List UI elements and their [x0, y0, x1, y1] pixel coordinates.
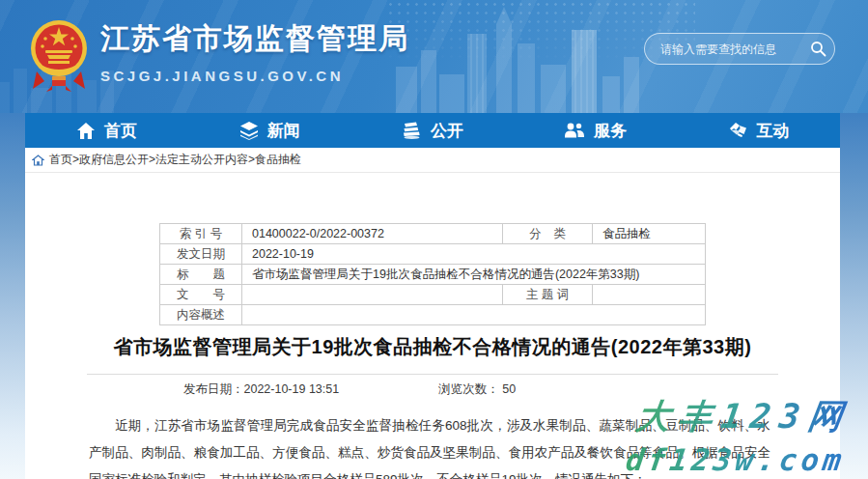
content-panel: 首页>政府信息公开>法定主动公开内容>食品抽检 索 引 号 01400022-0… — [25, 148, 840, 479]
publish-date-group: 发布日期：2022-10-19 13:51 — [183, 381, 339, 398]
nav-item-interact[interactable]: 互动 — [677, 113, 840, 148]
views-group: 浏览次数： 50 — [438, 381, 516, 398]
meta-label-doc-number: 文 号 — [160, 285, 242, 305]
article-body-paragraph: 近期，江苏省市场监督管理局完成食品安全监督抽检任务608批次，涉及水果制品、蔬菜… — [25, 412, 840, 479]
breadcrumb-home-icon — [32, 155, 44, 166]
meta-label-category: 分 类 — [503, 224, 593, 244]
meta-label-index: 索 引 号 — [160, 224, 242, 244]
meta-label-title: 标 题 — [160, 265, 242, 285]
brand-text: 江苏省市场监督管理局 SCJGJ.JIANGSU.GOV.CN — [100, 15, 409, 84]
nav-item-home[interactable]: 首页 — [25, 113, 188, 148]
table-row: 文 号 主 题 词 — [160, 285, 706, 305]
meta-value-category: 食品抽检 — [593, 224, 706, 244]
publish-date-label: 发布日期： — [183, 382, 244, 396]
nav-label: 服务 — [594, 120, 627, 142]
service-icon — [564, 122, 585, 140]
table-row: 内容概述 — [160, 305, 706, 325]
nav-item-service[interactable]: 服务 — [514, 113, 677, 148]
meta-label-summary: 内容概述 — [160, 305, 242, 325]
search-button[interactable] — [810, 41, 826, 57]
document-meta-table: 索 引 号 01400022-0/2022-00372 分 类 食品抽检 发文日… — [159, 223, 706, 325]
home-icon — [76, 122, 96, 140]
views-value: 50 — [502, 382, 516, 396]
search-icon — [810, 41, 826, 57]
article-meta: 发布日期：2022-10-19 13:51 浏览次数： 50 — [183, 381, 840, 398]
site-title: 江苏省市场监督管理局 — [100, 19, 409, 59]
brand-block: 江苏省市场监督管理局 SCJGJ.JIANGSU.GOV.CN — [29, 15, 409, 93]
meta-value-subject — [593, 285, 706, 305]
national-emblem-logo — [29, 15, 89, 93]
nav-item-news[interactable]: 新闻 — [188, 113, 351, 148]
meta-value-issue-date: 2022-10-19 — [242, 244, 706, 265]
table-row: 标 题 省市场监督管理局关于19批次食品抽检不合格情况的通告(2022年第33期… — [160, 265, 706, 285]
table-row: 发文日期 2022-10-19 — [160, 244, 706, 265]
site-header: 江苏省市场监督管理局 SCJGJ.JIANGSU.GOV.CN — [0, 0, 868, 113]
breadcrumb-text: 首页>政府信息公开>法定主动公开内容>食品抽检 — [49, 152, 301, 168]
interact-icon — [728, 121, 748, 140]
city-skyline-decoration — [396, 7, 647, 113]
page: 江苏省市场监督管理局 SCJGJ.JIANGSU.GOV.CN 首页 — [0, 0, 868, 479]
main-nav: 首页 新闻 公开 服务 — [25, 113, 840, 148]
meta-value-doc-number — [242, 285, 503, 305]
article-title: 省市场监督管理局关于19批次食品抽检不合格情况的通告(2022年第33期) — [25, 334, 840, 360]
news-icon — [239, 121, 259, 140]
table-row: 索 引 号 01400022-0/2022-00372 分 类 食品抽检 — [160, 224, 706, 244]
disclosure-icon — [402, 121, 422, 140]
nav-label: 新闻 — [267, 120, 300, 142]
search-box[interactable] — [644, 33, 835, 65]
site-url: SCJGJ.JIANGSU.GOV.CN — [100, 68, 409, 84]
meta-label-issue-date: 发文日期 — [160, 244, 242, 265]
title-divider — [87, 374, 778, 375]
search-input[interactable] — [660, 42, 810, 56]
nav-label: 公开 — [431, 120, 463, 142]
publish-date-value: 2022-10-19 13:51 — [244, 382, 340, 396]
nav-label: 首页 — [104, 120, 137, 142]
views-label: 浏览次数： — [438, 382, 499, 396]
meta-value-index: 01400022-0/2022-00372 — [242, 224, 503, 244]
nav-item-disclosure[interactable]: 公开 — [351, 113, 515, 148]
nav-label: 互动 — [757, 120, 790, 142]
meta-value-title: 省市场监督管理局关于19批次食品抽检不合格情况的通告(2022年第33期) — [242, 265, 706, 285]
meta-value-summary — [242, 305, 706, 325]
meta-label-subject: 主 题 词 — [503, 285, 593, 305]
breadcrumb[interactable]: 首页>政府信息公开>法定主动公开内容>食品抽检 — [25, 148, 840, 173]
